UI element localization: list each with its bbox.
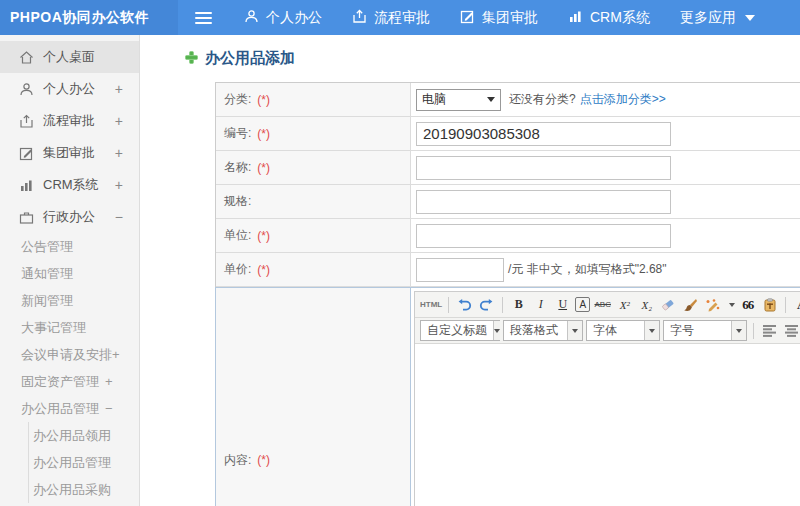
sidebar-item-workflow-approval[interactable]: 流程审批 + xyxy=(0,105,139,137)
paintbrush-icon[interactable] xyxy=(681,295,700,315)
subscript-button[interactable]: X₂ xyxy=(637,295,656,315)
collapse-marker[interactable]: − xyxy=(105,401,113,416)
sidebar-item-label: 大事记管理 xyxy=(21,319,86,337)
sidebar-item-label: 个人办公 xyxy=(43,80,95,98)
sidebar-item-news-mgmt[interactable]: 新闻管理 xyxy=(0,287,139,314)
sidebar-item-memorabilia-mgmt[interactable]: 大事记管理 xyxy=(0,314,139,341)
briefcase-icon xyxy=(19,209,35,225)
hamburger-menu-icon[interactable] xyxy=(195,9,212,27)
expand-marker[interactable]: + xyxy=(115,81,123,97)
price-input[interactable] xyxy=(416,258,504,282)
page-title: 办公用品添加 xyxy=(205,49,295,68)
sidebar: 个人桌面 个人办公 + 流程审批 + 集团审 xyxy=(0,35,140,506)
unit-label: 单位: xyxy=(224,227,251,244)
content-label: 内容: xyxy=(224,452,251,469)
font-size-select[interactable]: 字号 xyxy=(663,320,747,341)
superscript-button[interactable]: X² xyxy=(615,295,634,315)
quick-format-caret-icon[interactable] xyxy=(729,303,735,307)
heading-select-value: 自定义标题 xyxy=(421,322,493,339)
sidebar-item-label: 办公用品管理 xyxy=(33,454,111,472)
app-logo: PHPOA协同办公软件 xyxy=(0,0,178,35)
nav-personal-office[interactable]: 个人办公 xyxy=(244,9,322,27)
form-row-unit: 单位: (*) xyxy=(216,219,800,253)
text-border-button[interactable]: A xyxy=(575,297,590,312)
share-icon xyxy=(19,113,35,129)
add-category-link[interactable]: 点击添加分类>> xyxy=(580,91,666,108)
italic-button[interactable]: I xyxy=(531,295,550,315)
select-caret-icon xyxy=(487,97,495,102)
sidebar-item-group-approval[interactable]: 集团审批 + xyxy=(0,137,139,169)
sidebar-item-label: 通知管理 xyxy=(21,265,73,283)
undo-button[interactable] xyxy=(455,295,474,315)
required-mark: (*) xyxy=(257,93,270,107)
expand-marker[interactable]: + xyxy=(105,374,113,389)
price-label: 单价: xyxy=(224,261,251,278)
expand-marker[interactable]: + xyxy=(115,177,123,193)
heading-select[interactable]: 自定义标题 xyxy=(420,320,500,341)
price-suffix-hint: /元 非中文，如填写格式"2.68" xyxy=(508,261,667,278)
underline-button[interactable]: U xyxy=(553,295,572,315)
user-icon xyxy=(244,9,259,27)
bar-chart-icon xyxy=(568,9,583,27)
align-center-icon[interactable] xyxy=(782,321,800,341)
sidebar-item-supplies-receive[interactable]: 办公用品领用 xyxy=(29,422,139,449)
sidebar-item-fixed-assets[interactable]: 固定资产管理 + xyxy=(0,368,139,395)
sidebar-item-label: 行政办公 xyxy=(43,208,95,226)
editor-content-area[interactable] xyxy=(415,344,800,506)
remove-format-eraser-icon[interactable] xyxy=(659,295,678,315)
strikethrough-button[interactable]: ABC xyxy=(593,295,612,315)
sidebar-item-label: 公告管理 xyxy=(21,238,73,256)
sidebar-item-personal-office[interactable]: 个人办公 + xyxy=(0,73,139,105)
nav-label: CRM系统 xyxy=(590,9,650,27)
rich-text-editor: HTML B I U xyxy=(414,291,800,506)
html-source-button[interactable]: HTML xyxy=(420,295,442,315)
font-family-select[interactable]: 字体 xyxy=(586,320,660,341)
unit-input[interactable] xyxy=(416,224,671,248)
sidebar-item-announcement-mgmt[interactable]: 公告管理 xyxy=(0,233,139,260)
nav-group-approval[interactable]: 集团审批 xyxy=(460,9,538,27)
sidebar-item-supplies-purchase[interactable]: 办公用品采购 xyxy=(29,476,139,503)
supplies-add-form: 分类: (*) 电脑 还没有分类? 点击添加分类>> 编号: xyxy=(215,82,800,506)
nav-crm-system[interactable]: CRM系统 xyxy=(568,9,650,27)
main-panel: 办公用品添加 分类: (*) 电脑 还没有分类? 点击添加分类>> xyxy=(140,35,800,506)
nav-more-apps[interactable]: 更多应用 xyxy=(680,9,755,27)
collapse-marker[interactable]: − xyxy=(115,209,123,225)
quick-format-icon[interactable] xyxy=(703,295,722,315)
dropdown-caret-icon xyxy=(493,321,500,340)
sidebar-item-supplies-manage[interactable]: 办公用品管理 xyxy=(29,449,139,476)
form-row-price: 单价: (*) /元 非中文，如填写格式"2.68" xyxy=(216,253,800,287)
sidebar-item-office-supplies-mgmt[interactable]: 办公用品管理 − xyxy=(0,395,139,422)
name-input[interactable] xyxy=(416,156,671,180)
sidebar-item-personal-desktop[interactable]: 个人桌面 xyxy=(0,41,139,73)
redo-button[interactable] xyxy=(477,295,496,315)
category-selected-value: 电脑 xyxy=(422,91,446,108)
align-left-icon[interactable] xyxy=(760,321,779,341)
font-family-select-value: 字体 xyxy=(587,322,644,339)
expand-marker[interactable]: + xyxy=(115,113,123,129)
sidebar-item-notice-mgmt[interactable]: 通知管理 xyxy=(0,260,139,287)
sidebar-item-label: 集团审批 xyxy=(43,144,95,162)
bold-button[interactable]: B xyxy=(509,295,528,315)
editor-toolbar-row2: 自定义标题 段落格式 字体 xyxy=(415,318,800,344)
sidebar-item-crm[interactable]: CRM系统 + xyxy=(0,169,139,201)
font-color-button[interactable]: A xyxy=(792,295,800,315)
paste-text-icon[interactable] xyxy=(760,295,779,315)
expand-marker[interactable]: + xyxy=(115,145,123,161)
nav-workflow-approval[interactable]: 流程审批 xyxy=(352,9,430,27)
sidebar-item-meeting-request[interactable]: 会议申请及安排+ xyxy=(0,341,139,368)
blockquote-button[interactable]: 66 xyxy=(738,295,757,315)
required-mark: (*) xyxy=(257,161,270,175)
user-icon xyxy=(19,81,35,97)
sidebar-item-admin-office[interactable]: 行政办公 − xyxy=(0,201,139,233)
spec-input[interactable] xyxy=(416,190,671,214)
category-select[interactable]: 电脑 xyxy=(416,89,501,111)
code-input[interactable] xyxy=(416,122,671,146)
toolbar-separator xyxy=(753,323,754,339)
category-hint: 还没有分类? xyxy=(509,91,576,108)
paragraph-select[interactable]: 段落格式 xyxy=(503,320,583,341)
name-label: 名称: xyxy=(224,159,251,176)
editor-toolbar-row1: HTML B I U xyxy=(415,292,800,318)
dropdown-caret-icon xyxy=(567,321,582,340)
top-bar: PHPOA协同办公软件 个人办公 流程审批 集团审批 xyxy=(0,0,800,35)
toolbar-separator xyxy=(448,297,449,313)
